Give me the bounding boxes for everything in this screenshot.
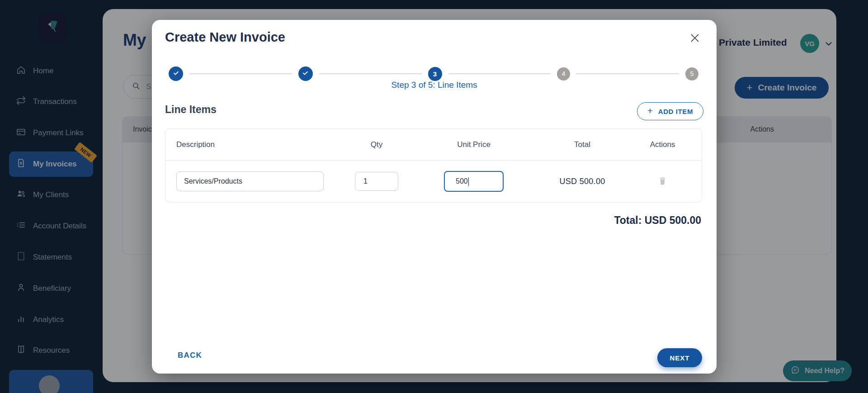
row-total: USD 500.00 xyxy=(530,177,634,186)
step-caption: Step 3 of 5: Line Items xyxy=(152,80,717,90)
step-3-active: 3 xyxy=(428,67,442,81)
step-4-upcoming: 4 xyxy=(557,67,570,80)
unit-price-value: 500 xyxy=(456,177,468,185)
description-input[interactable] xyxy=(176,171,324,191)
step-5-upcoming: 5 xyxy=(685,67,698,80)
modal-title: Create New Invoice xyxy=(165,30,285,45)
add-item-label: ADD ITEM xyxy=(658,108,693,115)
header-total: Total xyxy=(530,140,634,149)
next-button[interactable]: NEXT xyxy=(657,348,702,367)
step-number: 4 xyxy=(562,70,566,77)
grand-total: Total: USD 500.00 xyxy=(614,214,701,227)
add-item-button[interactable]: + ADD ITEM xyxy=(637,102,703,120)
header-actions: Actions xyxy=(634,140,691,149)
check-icon xyxy=(302,70,309,78)
stepper: 3 4 5 xyxy=(169,66,698,81)
trash-icon xyxy=(657,175,668,188)
plus-icon: + xyxy=(647,105,653,116)
step-connector xyxy=(448,73,551,74)
check-icon xyxy=(173,70,179,78)
step-number: 5 xyxy=(690,70,694,77)
line-items-header-row: Description Qty Unit Price Total Actions xyxy=(165,129,702,161)
header-qty: Qty xyxy=(336,140,417,149)
back-button[interactable]: BACK xyxy=(178,351,202,360)
step-connector xyxy=(319,73,422,74)
delete-row-button[interactable] xyxy=(634,175,691,188)
unit-price-input[interactable]: 500 xyxy=(444,171,504,192)
qty-input[interactable] xyxy=(355,172,398,191)
line-items-heading: Line Items xyxy=(165,104,217,116)
close-button[interactable] xyxy=(687,31,703,47)
app-root: Home Transactions Payment Links My Invoi… xyxy=(0,0,868,393)
step-connector xyxy=(576,73,679,74)
step-1-complete xyxy=(169,66,183,81)
step-number: 3 xyxy=(433,70,437,78)
line-items-table: Description Qty Unit Price Total Actions… xyxy=(165,128,702,203)
header-description: Description xyxy=(176,140,336,149)
text-caret xyxy=(468,177,469,186)
header-unit-price: Unit Price xyxy=(417,140,530,149)
create-invoice-modal: Create New Invoice 3 4 5 Ste xyxy=(152,20,717,374)
close-icon xyxy=(689,32,701,46)
line-item-row: 500 USD 500.00 xyxy=(165,161,702,202)
step-2-complete xyxy=(298,66,313,81)
step-connector xyxy=(189,73,292,74)
